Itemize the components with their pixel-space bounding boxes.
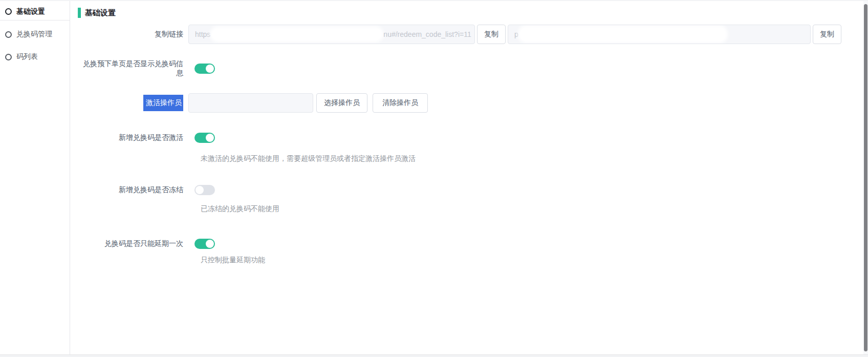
sidebar-item-label: 码列表 <box>16 52 38 61</box>
postpone-once-hint: 只控制批量延期功能 <box>201 255 863 264</box>
new-code-frozen-hint: 已冻结的兑换码不能使用 <box>201 204 863 213</box>
show-code-info-toggle[interactable] <box>194 64 215 74</box>
copy-link-row: 复制链接 https nu#/redeem_code_list?i=11 复制 … <box>78 25 863 44</box>
sidebar-item-label: 基础设置 <box>16 7 45 16</box>
settings-form: 复制链接 https nu#/redeem_code_list?i=11 复制 … <box>78 25 863 264</box>
new-code-activated-label: 新增兑换码是否激活 <box>78 133 188 142</box>
toggle-knob <box>196 186 204 194</box>
sidebar-item-redeem-code-management[interactable]: 兑换码管理 <box>0 26 70 43</box>
show-code-info-label: 兑换预下单页是否显示兑换码信息 <box>78 59 188 78</box>
copy-button-1[interactable]: 复制 <box>477 25 506 44</box>
copy-link-input-2[interactable]: p <box>508 25 811 44</box>
activate-operator-label: 激活操作员 <box>78 95 188 111</box>
postpone-once-label: 兑换码是否只能延期一次 <box>78 239 188 248</box>
title-accent-bar <box>78 8 81 18</box>
postpone-once-row: 兑换码是否只能延期一次 <box>78 238 863 249</box>
link-text-prefix: p <box>514 30 518 38</box>
activate-operator-row: 激活操作员 选择操作员 清除操作员 <box>78 93 863 113</box>
new-code-frozen-label: 新增兑换码是否冻结 <box>78 185 188 195</box>
radio-circle-icon <box>5 31 12 38</box>
copy-link-input-1[interactable]: https nu#/redeem_code_list?i=11 <box>188 25 475 44</box>
page-title: 基础设置 <box>85 8 116 18</box>
settings-sidebar: 基础设置 兑换码管理 码列表 <box>0 1 70 354</box>
new-code-activated-toggle[interactable] <box>194 133 215 143</box>
activate-operator-input[interactable] <box>188 93 313 113</box>
clear-operator-button[interactable]: 清除操作员 <box>373 93 428 113</box>
vertical-scrollbar-thumb[interactable] <box>864 4 867 351</box>
copy-link-label: 复制链接 <box>78 30 188 39</box>
redacted-blur <box>520 28 725 41</box>
toggle-knob <box>206 65 214 73</box>
horizontal-scrollbar-area <box>0 354 868 357</box>
sidebar-item-basic-settings[interactable]: 基础设置 <box>0 3 70 20</box>
radio-circle-icon <box>5 8 12 15</box>
new-code-activated-hint: 未激活的兑换码不能使用，需要超级管理员或者指定激活操作员激活 <box>201 154 863 163</box>
toggle-knob <box>206 240 214 248</box>
selected-text-highlight: 激活操作员 <box>143 95 183 111</box>
new-code-frozen-row: 新增兑换码是否冻结 <box>78 184 863 196</box>
copy-button-2[interactable]: 复制 <box>813 25 841 44</box>
postpone-once-toggle[interactable] <box>194 239 215 249</box>
basic-settings-panel: 基础设置 复制链接 https nu#/redeem_code_list?i=1… <box>71 1 863 264</box>
new-code-frozen-toggle[interactable] <box>194 185 215 195</box>
link-text-prefix: https <box>195 30 210 38</box>
sidebar-item-label: 兑换码管理 <box>16 30 52 39</box>
redacted-blur <box>212 29 381 40</box>
page-header: 基础设置 <box>78 8 863 18</box>
sidebar-item-code-list[interactable]: 码列表 <box>0 48 70 66</box>
show-code-info-row: 兑换预下单页是否显示兑换码信息 <box>78 63 863 74</box>
new-code-activated-row: 新增兑换码是否激活 <box>78 132 863 143</box>
toggle-knob <box>206 134 214 142</box>
link-text-suffix: nu#/redeem_code_list?i=11 <box>383 30 471 38</box>
select-operator-button[interactable]: 选择操作员 <box>316 93 367 113</box>
radio-circle-icon <box>5 54 12 60</box>
